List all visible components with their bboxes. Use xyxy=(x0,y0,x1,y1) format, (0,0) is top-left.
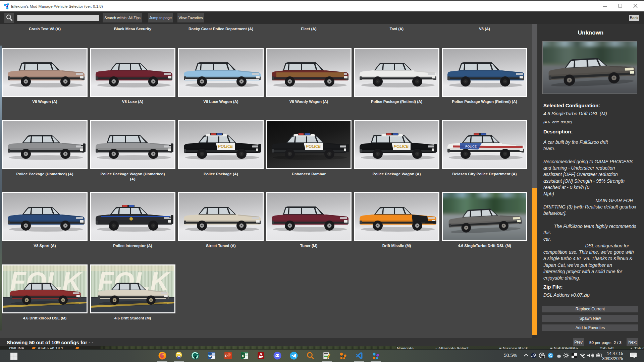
svg-text:X: X xyxy=(241,354,244,358)
svg-text:W: W xyxy=(208,354,212,358)
svg-text:G: G xyxy=(549,354,552,358)
svg-text:P: P xyxy=(225,354,227,358)
svg-text:POLICE: POLICE xyxy=(394,144,409,149)
svg-text:POLICE: POLICE xyxy=(306,144,321,149)
svg-text:POLICE: POLICE xyxy=(465,145,477,148)
svg-text:POLICE: POLICE xyxy=(218,144,233,149)
